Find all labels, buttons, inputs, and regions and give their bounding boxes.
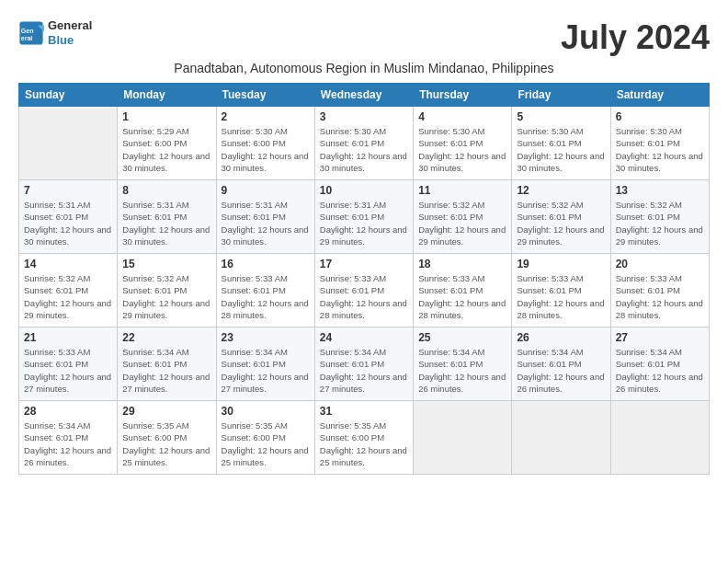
calendar-cell: 19Sunrise: 5:33 AMSunset: 6:01 PMDayligh… — [512, 254, 610, 327]
day-info: Sunrise: 5:32 AMSunset: 6:01 PMDaylight:… — [122, 272, 210, 321]
calendar-cell: 15Sunrise: 5:32 AMSunset: 6:01 PMDayligh… — [118, 254, 216, 327]
weekday-header-wednesday: Wednesday — [314, 84, 413, 107]
day-number: 8 — [122, 184, 210, 197]
calendar-cell: 25Sunrise: 5:34 AMSunset: 6:01 PMDayligh… — [414, 327, 512, 401]
calendar-cell: 9Sunrise: 5:31 AMSunset: 6:01 PMDaylight… — [216, 180, 314, 254]
day-info: Sunrise: 5:33 AMSunset: 6:01 PMDaylight:… — [24, 346, 112, 395]
day-info: Sunrise: 5:34 AMSunset: 6:01 PMDaylight:… — [122, 346, 210, 395]
calendar-cell: 20Sunrise: 5:33 AMSunset: 6:01 PMDayligh… — [610, 254, 709, 327]
day-number: 30 — [222, 405, 310, 418]
day-info: Sunrise: 5:31 AMSunset: 6:01 PMDaylight:… — [222, 199, 310, 247]
day-number: 17 — [320, 258, 408, 270]
day-info: Sunrise: 5:32 AMSunset: 6:01 PMDaylight:… — [616, 199, 704, 247]
day-info: Sunrise: 5:33 AMSunset: 6:01 PMDaylight:… — [418, 272, 506, 321]
calendar-cell: 24Sunrise: 5:34 AMSunset: 6:01 PMDayligh… — [314, 327, 413, 401]
month-title: July 2024 — [561, 18, 710, 57]
calendar-cell — [512, 401, 610, 475]
calendar-cell: 8Sunrise: 5:31 AMSunset: 6:01 PMDaylight… — [118, 180, 216, 254]
day-info: Sunrise: 5:34 AMSunset: 6:01 PMDaylight:… — [418, 346, 506, 395]
day-info: Sunrise: 5:33 AMSunset: 6:01 PMDaylight:… — [517, 272, 605, 321]
day-number: 23 — [222, 331, 310, 344]
calendar-cell: 21Sunrise: 5:33 AMSunset: 6:01 PMDayligh… — [19, 327, 118, 401]
calendar-cell: 27Sunrise: 5:34 AMSunset: 6:01 PMDayligh… — [610, 327, 709, 401]
day-info: Sunrise: 5:31 AMSunset: 6:01 PMDaylight:… — [24, 199, 112, 247]
day-number: 15 — [122, 258, 210, 270]
day-number: 26 — [517, 331, 605, 344]
calendar-cell: 26Sunrise: 5:34 AMSunset: 6:01 PMDayligh… — [512, 327, 610, 401]
calendar-cell: 1Sunrise: 5:29 AMSunset: 6:00 PMDaylight… — [118, 107, 216, 180]
day-info: Sunrise: 5:30 AMSunset: 6:01 PMDaylight:… — [320, 125, 408, 174]
weekday-header-saturday: Saturday — [610, 84, 709, 107]
day-info: Sunrise: 5:30 AMSunset: 6:01 PMDaylight:… — [616, 125, 704, 174]
day-info: Sunrise: 5:32 AMSunset: 6:01 PMDaylight:… — [418, 199, 506, 247]
day-info: Sunrise: 5:34 AMSunset: 6:01 PMDaylight:… — [24, 419, 112, 468]
day-info: Sunrise: 5:30 AMSunset: 6:00 PMDaylight:… — [222, 125, 310, 174]
day-number: 19 — [517, 258, 605, 270]
day-number: 24 — [320, 331, 408, 344]
day-info: Sunrise: 5:34 AMSunset: 6:01 PMDaylight:… — [517, 346, 605, 395]
calendar-cell: 7Sunrise: 5:31 AMSunset: 6:01 PMDaylight… — [19, 180, 118, 254]
calendar-cell: 30Sunrise: 5:35 AMSunset: 6:00 PMDayligh… — [216, 401, 314, 475]
calendar-week-row: 21Sunrise: 5:33 AMSunset: 6:01 PMDayligh… — [19, 327, 710, 401]
day-number: 6 — [616, 110, 704, 123]
day-info: Sunrise: 5:33 AMSunset: 6:01 PMDaylight:… — [320, 272, 408, 321]
calendar-cell: 6Sunrise: 5:30 AMSunset: 6:01 PMDaylight… — [610, 107, 709, 180]
day-number: 2 — [222, 110, 310, 123]
day-number: 1 — [122, 110, 210, 123]
day-number: 29 — [122, 405, 210, 418]
calendar-cell: 17Sunrise: 5:33 AMSunset: 6:01 PMDayligh… — [314, 254, 413, 327]
day-number: 14 — [24, 258, 112, 270]
weekday-header-monday: Monday — [118, 84, 216, 107]
calendar-week-row: 28Sunrise: 5:34 AMSunset: 6:01 PMDayligh… — [19, 401, 710, 475]
day-info: Sunrise: 5:32 AMSunset: 6:01 PMDaylight:… — [24, 272, 112, 321]
calendar-cell: 18Sunrise: 5:33 AMSunset: 6:01 PMDayligh… — [414, 254, 512, 327]
calendar-week-row: 14Sunrise: 5:32 AMSunset: 6:01 PMDayligh… — [19, 254, 710, 327]
day-info: Sunrise: 5:34 AMSunset: 6:01 PMDaylight:… — [222, 346, 310, 395]
day-info: Sunrise: 5:30 AMSunset: 6:01 PMDaylight:… — [418, 125, 506, 174]
calendar-week-row: 1Sunrise: 5:29 AMSunset: 6:00 PMDaylight… — [19, 107, 710, 180]
calendar-cell: 16Sunrise: 5:33 AMSunset: 6:01 PMDayligh… — [216, 254, 314, 327]
calendar-cell — [610, 401, 709, 475]
day-info: Sunrise: 5:31 AMSunset: 6:01 PMDaylight:… — [122, 199, 210, 247]
calendar-cell: 31Sunrise: 5:35 AMSunset: 6:00 PMDayligh… — [314, 401, 413, 475]
day-number: 4 — [418, 110, 506, 123]
calendar-cell: 14Sunrise: 5:32 AMSunset: 6:01 PMDayligh… — [19, 254, 118, 327]
day-info: Sunrise: 5:32 AMSunset: 6:01 PMDaylight:… — [517, 199, 605, 247]
svg-text:eral: eral — [21, 35, 33, 41]
calendar-cell: 28Sunrise: 5:34 AMSunset: 6:01 PMDayligh… — [19, 401, 118, 475]
logo-line1: General — [48, 18, 92, 33]
day-number: 28 — [24, 405, 112, 418]
day-number: 5 — [517, 110, 605, 123]
day-info: Sunrise: 5:35 AMSunset: 6:00 PMDaylight:… — [222, 419, 310, 468]
calendar-week-row: 7Sunrise: 5:31 AMSunset: 6:01 PMDaylight… — [19, 180, 710, 254]
day-number: 3 — [320, 110, 408, 123]
day-number: 12 — [517, 184, 605, 197]
weekday-header-tuesday: Tuesday — [216, 84, 314, 107]
calendar-cell: 10Sunrise: 5:31 AMSunset: 6:01 PMDayligh… — [314, 180, 413, 254]
day-info: Sunrise: 5:31 AMSunset: 6:01 PMDaylight:… — [320, 199, 408, 247]
logo-line2: Blue — [48, 33, 92, 48]
calendar-cell — [414, 401, 512, 475]
calendar-cell: 2Sunrise: 5:30 AMSunset: 6:00 PMDaylight… — [216, 107, 314, 180]
day-number: 21 — [24, 331, 112, 344]
day-number: 7 — [24, 184, 112, 197]
subtitle: Panadtaban, Autonomous Region in Muslim … — [18, 61, 710, 75]
calendar-cell — [19, 107, 118, 180]
day-info: Sunrise: 5:34 AMSunset: 6:01 PMDaylight:… — [320, 346, 408, 395]
weekday-header-thursday: Thursday — [414, 84, 512, 107]
day-info: Sunrise: 5:34 AMSunset: 6:01 PMDaylight:… — [616, 346, 704, 395]
day-number: 11 — [418, 184, 506, 197]
day-info: Sunrise: 5:29 AMSunset: 6:00 PMDaylight:… — [122, 125, 210, 174]
day-info: Sunrise: 5:33 AMSunset: 6:01 PMDaylight:… — [616, 272, 704, 321]
day-number: 16 — [222, 258, 310, 270]
weekday-header-friday: Friday — [512, 84, 610, 107]
day-number: 18 — [418, 258, 506, 270]
day-info: Sunrise: 5:35 AMSunset: 6:00 PMDaylight:… — [320, 419, 408, 468]
day-number: 31 — [320, 405, 408, 418]
calendar-cell: 13Sunrise: 5:32 AMSunset: 6:01 PMDayligh… — [610, 180, 709, 254]
calendar-cell: 3Sunrise: 5:30 AMSunset: 6:01 PMDaylight… — [314, 107, 413, 180]
calendar-table: SundayMondayTuesdayWednesdayThursdayFrid… — [18, 83, 710, 475]
calendar-cell: 4Sunrise: 5:30 AMSunset: 6:01 PMDaylight… — [414, 107, 512, 180]
day-number: 20 — [616, 258, 704, 270]
day-info: Sunrise: 5:33 AMSunset: 6:01 PMDaylight:… — [222, 272, 310, 321]
